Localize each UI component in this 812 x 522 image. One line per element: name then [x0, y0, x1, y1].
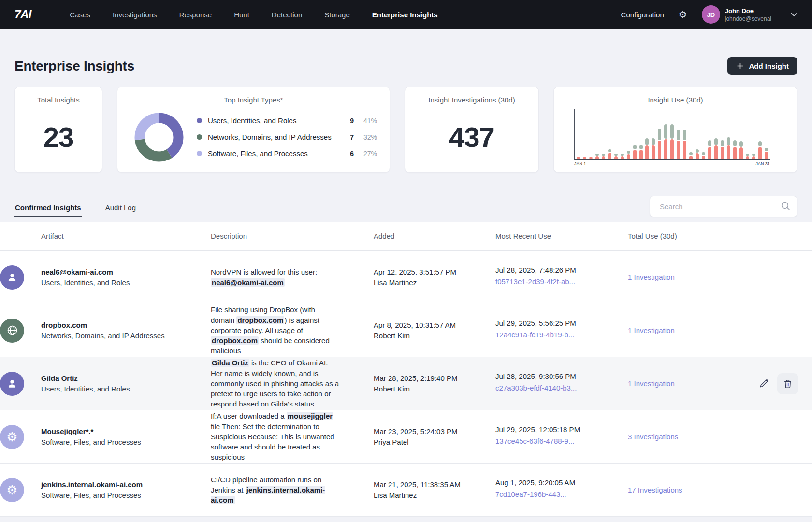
bar-day-2: [583, 157, 586, 159]
person-icon: [0, 372, 24, 396]
bar-day-25: [727, 137, 730, 159]
user-name: John Doe: [725, 7, 771, 14]
bar-day-18: [683, 130, 686, 159]
tab-confirmed-insights[interactable]: Confirmed Insights: [14, 201, 82, 217]
insight-investigations-card: Insight Investigations (30d) 437: [405, 87, 539, 173]
bar-day-19: [689, 152, 693, 159]
most-recent-use-cell: Jul 29, 2025, 12:05:18 PM 137ce45c-63f6-…: [495, 424, 628, 449]
search-box: [650, 196, 798, 217]
bar-day-31: [765, 148, 768, 159]
bar-day-28: [746, 154, 749, 159]
card-title: Total Insights: [15, 96, 102, 104]
page-title: Enterprise Insights: [14, 58, 134, 74]
column-header-most-recent-use: Most Recent Use: [495, 232, 628, 240]
legend-dot: [197, 151, 202, 156]
column-header-description: Description: [211, 232, 374, 240]
artifact-type: Users, Identities, and Roles: [41, 278, 199, 287]
total-use-link[interactable]: 17 Investigations: [628, 486, 682, 494]
nav-item-investigations[interactable]: Investigations: [113, 11, 157, 19]
bar-day-9: [627, 151, 630, 159]
legend-dot: [197, 134, 202, 140]
table-row[interactable]: ⚙ jenkins.internal.okami-ai.com Software…: [0, 464, 812, 517]
bar-day-23: [714, 138, 718, 159]
investigation-id-link[interactable]: 7cd10ea7-196b-443...: [495, 489, 566, 500]
tab-audit-log[interactable]: Audit Log: [105, 201, 136, 217]
total-use-link[interactable]: 1 Investigation: [628, 273, 675, 281]
bar-day-12: [645, 138, 649, 159]
delete-button[interactable]: [777, 373, 798, 394]
investigation-id-link[interactable]: c27a303b-efdf-4140-b3...: [495, 383, 577, 393]
confirmed-insights-table: Artifact Description Added Most Recent U…: [0, 222, 812, 517]
configuration-link[interactable]: Configuration: [621, 11, 664, 19]
plus-icon: [736, 62, 744, 70]
table-header: Artifact Description Added Most Recent U…: [0, 222, 812, 251]
logo-7ai[interactable]: 7AI: [14, 8, 31, 21]
total-insights-value: 23: [44, 121, 74, 155]
table-row[interactable]: Gilda Ortiz Users, Identities, and Roles…: [0, 357, 812, 410]
investigation-id-link[interactable]: 137ce45c-63f6-4788-9...: [495, 436, 574, 447]
bar-day-3: [589, 157, 593, 159]
insight-investigations-value: 437: [449, 121, 494, 155]
total-use-link[interactable]: 1 Investigation: [628, 379, 675, 388]
legend-item: Networks, Domains, and IP Addresses 7 32…: [197, 129, 377, 145]
card-title: Top Insight Types*: [117, 96, 390, 104]
total-use-link[interactable]: 1 Investigation: [628, 326, 675, 334]
artifact-type: Networks, Domains, and IP Addresses: [41, 332, 199, 340]
edit-button[interactable]: [758, 378, 769, 389]
bar-day-22: [708, 140, 711, 159]
globe-icon: [0, 319, 24, 343]
description: NordVPN is allowed for this user: neal6@…: [211, 267, 374, 288]
gear-icon[interactable]: ⚙: [679, 10, 687, 19]
user-email: johndoe@sevenai: [725, 15, 771, 22]
x-axis-end-label: JAN 31: [755, 161, 770, 166]
nav-item-hunt[interactable]: Hunt: [234, 11, 249, 19]
investigation-id-link[interactable]: f05713e1-2d39-4f2f-ab...: [495, 276, 575, 287]
bar-day-13: [652, 138, 655, 159]
bar-day-4: [595, 154, 599, 159]
person-icon: [0, 265, 24, 290]
nav-item-cases[interactable]: Cases: [70, 11, 90, 19]
user-menu[interactable]: JD John Doe johndoe@sevenai: [702, 5, 771, 24]
description: File sharing using DropBox (with domain …: [211, 304, 374, 356]
bar-day-11: [639, 145, 643, 159]
insights-tabs: Confirmed Insights Audit Log: [14, 196, 136, 217]
insight-types-legend: Users, Identities, and Roles 9 41% Netwo…: [197, 113, 377, 161]
column-header-total-use: Total Use (30d): [628, 232, 710, 240]
add-insight-button[interactable]: Add Insight: [727, 57, 798, 75]
column-header-artifact: Artifact: [41, 232, 211, 240]
total-insights-card: Total Insights 23: [14, 87, 102, 173]
description: CI/CD pipeline automation runs on Jenkin…: [211, 475, 374, 506]
description: Gilda Ortiz is the CEO of Okami AI. Her …: [211, 358, 374, 409]
bar-day-16: [670, 124, 674, 159]
nav-item-detection[interactable]: Detection: [272, 11, 302, 19]
nav-item-response[interactable]: Response: [179, 11, 212, 19]
artifact-type: Software, Files, and Processes: [41, 438, 199, 446]
investigation-id-link[interactable]: 12a4c91a-fc19-4b19-b...: [495, 330, 574, 340]
chevron-down-icon[interactable]: [791, 13, 798, 17]
bar-day-17: [677, 130, 680, 159]
table-row[interactable]: dropbox.com Networks, Domains, and IP Ad…: [0, 304, 812, 357]
search-icon[interactable]: [781, 201, 791, 213]
bar-day-27: [740, 141, 743, 159]
bar-day-1: [577, 157, 580, 159]
nav-item-enterprise-insights[interactable]: Enterprise Insights: [372, 11, 438, 19]
added-cell: Apr 8, 2025, 10:31:57 AMRobert Kim: [374, 320, 495, 341]
avatar: JD: [702, 5, 720, 24]
bar-day-5: [602, 154, 605, 159]
added-cell: Mar 28, 2025, 2:19:40 PMRobert Kim: [374, 373, 495, 394]
most-recent-use-cell: Aug 1, 2025, 9:20:05 AM 7cd10ea7-196b-44…: [495, 478, 628, 502]
card-title: Insight Investigations (30d): [405, 96, 538, 104]
legend-item: Users, Identities, and Roles 9 41%: [197, 113, 377, 129]
artifact-name: Gilda Ortiz: [41, 374, 199, 382]
bar-day-21: [702, 152, 705, 159]
table-row[interactable]: neal6@okami-ai.com Users, Identities, an…: [0, 251, 812, 304]
gear-icon: ⚙: [0, 478, 24, 502]
total-use-link[interactable]: 3 Investigations: [628, 433, 678, 441]
table-row[interactable]: ⚙ Mousejiggler*.* Software, Files, and P…: [0, 410, 812, 464]
pencil-icon: [758, 378, 769, 389]
nav-item-storage[interactable]: Storage: [324, 11, 350, 19]
legend-dot: [197, 118, 202, 123]
artifact-type: Users, Identities, and Roles: [41, 385, 199, 393]
bar-day-7: [614, 154, 618, 159]
search-input[interactable]: [650, 196, 798, 217]
